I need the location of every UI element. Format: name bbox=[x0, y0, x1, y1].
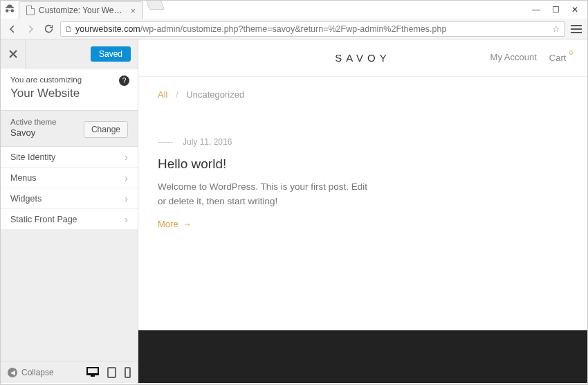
url-bar[interactable]: 🗋 yourwebsite.com/wp-admin/customize.php… bbox=[60, 21, 565, 37]
url-host: yourwebsite.com bbox=[75, 24, 140, 34]
active-theme-label: Active theme bbox=[10, 118, 56, 126]
customizer-sidebar: Saved You are customizing Your Website ?… bbox=[1, 39, 138, 383]
site-logo[interactable]: SAVOY bbox=[335, 52, 391, 64]
crumb-current[interactable]: Uncategorized bbox=[186, 89, 244, 100]
bookmark-star-icon[interactable]: ☆ bbox=[552, 24, 560, 34]
site-name: Your Website bbox=[10, 87, 128, 100]
panel-menus[interactable]: Menus › bbox=[1, 168, 138, 188]
forward-button[interactable] bbox=[24, 23, 37, 35]
active-theme-section: Active theme Savoy Change bbox=[1, 111, 138, 147]
sidebar-spacer bbox=[1, 230, 138, 361]
panel-widgets[interactable]: Widgets › bbox=[1, 188, 138, 209]
window-maximize-button[interactable]: ☐ bbox=[546, 3, 565, 17]
new-tab-button[interactable] bbox=[145, 0, 165, 10]
customizer-info: You are customizing Your Website ? bbox=[1, 69, 138, 111]
site-footer bbox=[138, 330, 587, 383]
panel-label: Widgets bbox=[10, 194, 42, 204]
browser-tab[interactable]: Customize: Your Website × bbox=[19, 1, 143, 19]
panel-site-identity[interactable]: Site Identity › bbox=[1, 147, 138, 168]
panel-label: Static Front Page bbox=[10, 215, 77, 224]
browser-titlebar: Customize: Your Website × — ☐ ✕ bbox=[1, 1, 587, 19]
window-close-button[interactable]: ✕ bbox=[565, 3, 585, 17]
browser-menu-button[interactable] bbox=[571, 24, 582, 35]
crumb-separator: / bbox=[176, 89, 178, 100]
breadcrumb: All / Uncategorized bbox=[138, 77, 587, 102]
help-icon[interactable]: ? bbox=[119, 75, 129, 86]
panel-label: Menus bbox=[10, 173, 37, 183]
tab-close-icon[interactable]: × bbox=[130, 6, 136, 16]
cart-link[interactable]: Cart 0 bbox=[549, 52, 572, 63]
post-excerpt: Welcome to WordPress. This is your first… bbox=[158, 180, 368, 209]
chevron-right-icon: › bbox=[125, 193, 128, 204]
read-more-link[interactable]: More→ bbox=[158, 219, 368, 229]
collapse-label: Collapse bbox=[21, 368, 54, 377]
device-phone-button[interactable] bbox=[125, 367, 131, 378]
tab-title: Customize: Your Website bbox=[39, 6, 126, 15]
url-path: /wp-admin/customize.php?theme=savoy&retu… bbox=[140, 24, 447, 34]
content-area: Saved You are customizing Your Website ?… bbox=[1, 39, 587, 383]
arrow-right-icon: → bbox=[183, 219, 192, 229]
date-line-decoration bbox=[158, 142, 173, 143]
chevron-right-icon: › bbox=[125, 152, 128, 163]
panel-static-front-page[interactable]: Static Front Page › bbox=[1, 209, 138, 230]
page-icon bbox=[26, 6, 35, 15]
header-links: My Account Cart 0 bbox=[490, 52, 572, 63]
preview-pane: SAVOY My Account Cart 0 All / Uncategori… bbox=[138, 39, 587, 383]
cart-count: 0 bbox=[569, 49, 573, 56]
customizer-footer: ◀ Collapse bbox=[1, 361, 138, 383]
my-account-link[interactable]: My Account bbox=[490, 52, 537, 62]
page-info-icon[interactable]: 🗋 bbox=[65, 25, 73, 33]
active-theme-name: Savoy bbox=[10, 127, 56, 138]
incognito-icon bbox=[1, 1, 19, 19]
browser-navbar: 🗋 yourwebsite.com/wp-admin/customize.php… bbox=[1, 19, 587, 39]
post-card: July 11, 2016 Hello world! Welcome to Wo… bbox=[138, 102, 387, 229]
crumb-all[interactable]: All bbox=[158, 89, 167, 100]
panel-label: Site Identity bbox=[10, 152, 55, 162]
chevron-right-icon: › bbox=[125, 172, 128, 183]
collapse-icon: ◀ bbox=[8, 368, 17, 377]
customizing-label: You are customizing bbox=[10, 75, 128, 84]
device-tablet-button[interactable] bbox=[107, 367, 116, 378]
post-date: July 11, 2016 bbox=[183, 137, 232, 147]
customizer-top-bar: Saved bbox=[1, 39, 138, 69]
window-minimize-button[interactable]: — bbox=[526, 3, 546, 17]
site-header: SAVOY My Account Cart 0 bbox=[138, 39, 587, 77]
collapse-sidebar-button[interactable]: ◀ Collapse bbox=[8, 368, 54, 377]
reload-button[interactable] bbox=[42, 23, 55, 35]
chevron-right-icon: › bbox=[125, 214, 128, 225]
change-theme-button[interactable]: Change bbox=[84, 121, 128, 138]
customizer-panel-list: Site Identity › Menus › Widgets › Static… bbox=[1, 147, 138, 230]
device-desktop-button[interactable] bbox=[86, 367, 99, 375]
post-title[interactable]: Hello world! bbox=[158, 156, 368, 172]
post-date-row: July 11, 2016 bbox=[158, 137, 368, 147]
close-customizer-button[interactable] bbox=[1, 39, 26, 69]
back-button[interactable] bbox=[6, 23, 19, 35]
save-button[interactable]: Saved bbox=[91, 46, 131, 62]
device-preview-toggle bbox=[86, 367, 131, 378]
